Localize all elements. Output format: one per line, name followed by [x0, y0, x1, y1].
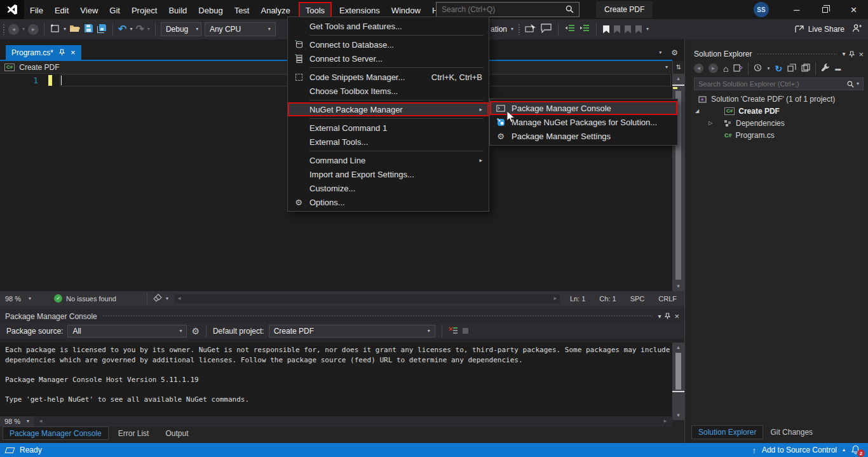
spaces-indicator[interactable]: SPC — [630, 295, 645, 303]
package-source-dropdown[interactable]: All ▾ — [67, 325, 187, 338]
code-cleanup-dropdown[interactable]: ▾ — [166, 296, 168, 301]
feedback-icon[interactable] — [541, 24, 552, 35]
solution-explorer-header[interactable]: Solution Explorer ▾ × — [689, 48, 868, 60]
toolbar-overflow-dropdown[interactable]: ▾ — [646, 27, 649, 32]
toggle-bookmark-button[interactable] — [603, 25, 609, 34]
redo-button[interactable]: ↷ — [135, 24, 144, 34]
navigate-to-code-button[interactable] — [525, 24, 536, 35]
solution-platform-dropdown[interactable]: Any CPU ▾ — [205, 22, 276, 36]
push-arrow-icon[interactable]: ↑ — [752, 446, 756, 454]
decrease-indent-button[interactable] — [565, 24, 575, 34]
menu-item-external-command-1[interactable]: External Command 1 — [288, 121, 489, 135]
tab-output[interactable]: Output — [158, 426, 195, 440]
undo-button[interactable]: ↶ — [118, 24, 126, 34]
menu-view[interactable]: View — [74, 2, 104, 18]
previous-bookmark-button[interactable] — [614, 25, 620, 34]
menu-item-nuget-package-manager[interactable]: NuGet Package Manager ▸ — [288, 102, 489, 116]
tree-item-program-cs[interactable]: C# Program.cs — [689, 129, 868, 141]
collapsed-icon[interactable]: ▷ — [707, 121, 714, 126]
pin-icon[interactable] — [849, 51, 855, 58]
home-icon[interactable]: ⌂ — [723, 64, 728, 73]
next-bookmark-button[interactable] — [625, 25, 631, 34]
menu-item-manage-nuget-packages[interactable]: Manage NuGet Packages for Solution... — [490, 115, 677, 129]
column-indicator[interactable]: Ch: 1 — [599, 295, 616, 303]
expanded-icon[interactable]: ◢ — [694, 109, 700, 114]
switch-views-icon[interactable] — [733, 64, 743, 74]
menu-item-choose-toolbox-items[interactable]: Choose Toolbox Items... — [288, 84, 489, 98]
sign-in-user-icon[interactable] — [852, 24, 862, 35]
menu-item-options[interactable]: ⚙ Options... — [288, 195, 489, 209]
menu-item-get-tools-and-features[interactable]: Get Tools and Features... — [288, 19, 489, 33]
tab-program-cs[interactable]: Program.cs* × — [6, 45, 81, 60]
quick-search-box[interactable] — [436, 2, 580, 17]
menu-item-import-export-settings[interactable]: Import and Export Settings... — [288, 167, 489, 181]
menu-debug[interactable]: Debug — [193, 2, 228, 18]
scroll-up-icon[interactable]: ▴ — [672, 344, 684, 350]
vertical-splitter[interactable] — [684, 39, 689, 443]
stop-button[interactable] — [463, 328, 468, 334]
show-all-files-icon[interactable] — [801, 64, 810, 74]
tab-error-list[interactable]: Error List — [111, 426, 156, 440]
navigate-forward-button[interactable]: ► — [28, 24, 39, 35]
menu-file[interactable]: File — [24, 2, 49, 18]
collapse-all-icon[interactable] — [787, 64, 796, 74]
line-indicator[interactable]: Ln: 1 — [570, 295, 585, 303]
truncated-dropdown[interactable]: ation ▾ — [491, 25, 513, 34]
window-position-dropdown[interactable]: ▾ — [658, 313, 661, 320]
document-list-dropdown[interactable]: ▾ — [659, 50, 661, 55]
menu-project[interactable]: Project — [126, 2, 163, 18]
filter-dropdown[interactable]: ▾ — [767, 66, 770, 71]
console-output[interactable]: Each package is licensed to you by its o… — [0, 343, 672, 420]
scroll-left-icon[interactable]: ◄ — [38, 419, 43, 424]
save-button[interactable] — [84, 24, 93, 35]
close-icon[interactable]: × — [674, 312, 679, 320]
pmc-header[interactable]: Package Manager Console ▾ × — [0, 310, 684, 323]
default-project-dropdown[interactable]: Create PDF ▾ — [269, 325, 435, 338]
restore-button[interactable] — [811, 0, 839, 19]
solution-search-input[interactable] — [698, 80, 847, 88]
preview-selected-icon[interactable]: ▬ — [835, 65, 841, 72]
chevron-down-icon[interactable]: ▾ — [665, 65, 668, 70]
console-horizontal-scrollbar[interactable]: ◄ ► — [36, 418, 670, 425]
health-check-icon[interactable]: ✓ — [54, 294, 62, 303]
menu-item-connect-to-server[interactable]: Connect to Server... — [288, 51, 489, 65]
issues-status[interactable]: No issues found — [66, 295, 116, 303]
solution-explorer-search[interactable]: ▾ — [694, 78, 864, 90]
menu-item-customize[interactable]: Customize... — [288, 181, 489, 195]
minimize-button[interactable]: ─ — [782, 0, 811, 19]
add-to-source-control-button[interactable]: Add to Source Control — [762, 446, 837, 454]
pending-changes-filter-icon[interactable] — [754, 64, 762, 74]
open-file-button[interactable] — [69, 24, 81, 35]
menu-git[interactable]: Git — [104, 2, 126, 18]
properties-wrench-icon[interactable] — [821, 63, 830, 74]
live-share-button[interactable]: Live Share — [794, 25, 844, 34]
menu-test[interactable]: Test — [229, 2, 255, 18]
increase-indent-button[interactable] — [580, 24, 590, 34]
search-icon[interactable] — [566, 5, 574, 15]
tab-solution-explorer[interactable]: Solution Explorer — [691, 425, 763, 439]
split-editor-button[interactable]: ⇅ — [672, 61, 684, 74]
tab-git-changes[interactable]: Git Changes — [763, 425, 820, 439]
line-ending-indicator[interactable]: CRLF — [658, 295, 677, 303]
menu-item-package-manager-console[interactable]: Package Manager Console — [490, 101, 677, 115]
clear-bookmarks-button[interactable] — [635, 25, 642, 34]
clear-console-button[interactable] — [449, 326, 458, 336]
scroll-left-icon[interactable]: ◄ — [177, 296, 182, 301]
menu-build[interactable]: Build — [163, 2, 193, 18]
scroll-down-icon[interactable]: ▾ — [672, 283, 684, 289]
tab-options-gear-icon[interactable]: ⚙ — [671, 49, 678, 57]
forward-button[interactable]: ► — [709, 64, 718, 73]
scroll-up-icon[interactable]: ▴ — [672, 76, 684, 81]
refresh-icon[interactable]: ↻ — [775, 64, 782, 73]
scroll-right-icon[interactable]: ► — [663, 419, 668, 424]
scroll-down-icon[interactable]: ▾ — [672, 413, 684, 418]
search-input[interactable] — [442, 5, 566, 14]
editor-zoom-dropdown[interactable]: 98 % ▾ — [5, 295, 31, 303]
user-avatar[interactable]: SS — [754, 2, 769, 17]
breadcrumb-project[interactable]: Create PDF — [19, 63, 59, 72]
redo-dropdown[interactable]: ▾ — [147, 27, 150, 32]
toolbar-grip[interactable] — [518, 24, 520, 35]
menu-item-package-manager-settings[interactable]: ⚙ Package Manager Settings — [490, 129, 677, 143]
drag-texture[interactable] — [757, 53, 837, 56]
back-button[interactable]: ◄ — [694, 64, 703, 73]
